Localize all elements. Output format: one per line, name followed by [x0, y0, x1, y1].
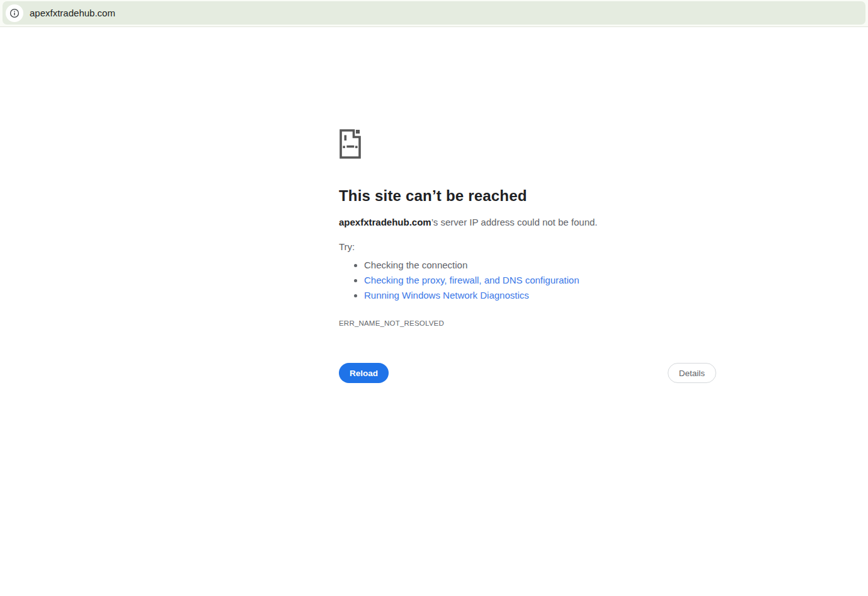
suggestion-text: Checking the connection: [364, 260, 467, 270]
error-message-suffix: ’s server IP address could not be found.: [431, 217, 598, 227]
try-label: Try:: [339, 241, 716, 252]
info-icon: [9, 8, 20, 18]
suggestion-item: Checking the proxy, firewall, and DNS co…: [364, 273, 716, 288]
error-message: apexfxtradehub.com’s server IP address c…: [339, 217, 716, 227]
network-diagnostics-link[interactable]: Running Windows Network Diagnostics: [364, 290, 529, 301]
site-info-button[interactable]: [6, 4, 23, 22]
suggestion-item: Running Windows Network Diagnostics: [364, 288, 716, 303]
error-code: ERR_NAME_NOT_RESOLVED: [339, 319, 716, 327]
reload-button[interactable]: Reload: [339, 363, 389, 383]
proxy-firewall-dns-link[interactable]: Checking the proxy, firewall, and DNS co…: [364, 275, 580, 285]
suggestion-item: Checking the connection: [364, 258, 716, 273]
address-bar[interactable]: apexfxtradehub.com: [3, 1, 865, 25]
error-page: This site can’t be reached apexfxtradehu…: [0, 27, 868, 383]
buttons-row: Reload Details: [339, 363, 716, 383]
details-button[interactable]: Details: [668, 363, 716, 383]
suggestions-list: Checking the connection Checking the pro…: [339, 258, 716, 303]
url-text[interactable]: apexfxtradehub.com: [30, 8, 115, 18]
browser-toolbar: apexfxtradehub.com: [0, 0, 868, 27]
error-title: This site can’t be reached: [339, 187, 716, 205]
sad-file-icon: [339, 129, 362, 159]
error-domain: apexfxtradehub.com: [339, 217, 431, 227]
